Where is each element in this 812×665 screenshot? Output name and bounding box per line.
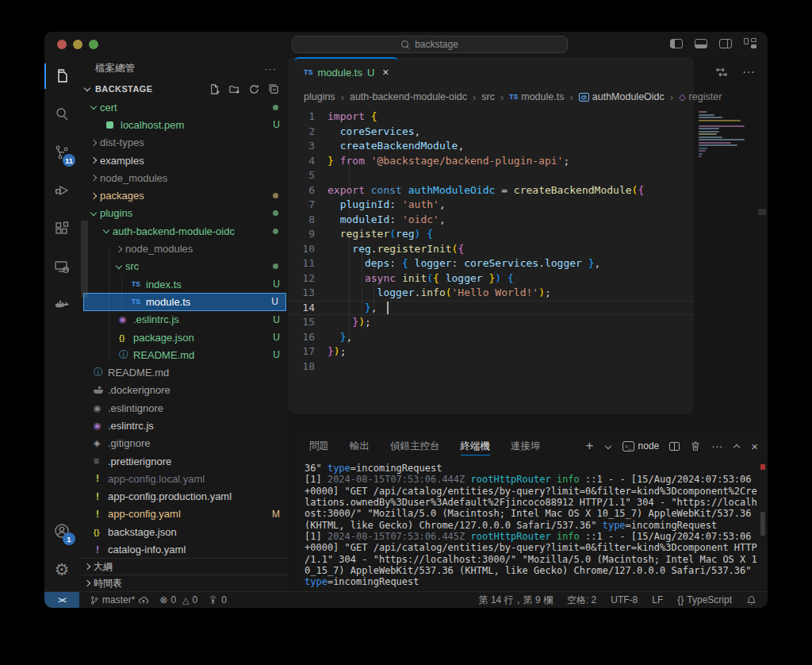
tree-item-examples[interactable]: examples (79, 152, 288, 169)
close-window-button[interactable] (57, 40, 67, 49)
tree-item-node_modules[interactable]: node_modules (79, 169, 288, 186)
code-line-1[interactable]: 1import { (288, 110, 694, 125)
eol-status[interactable]: LF (652, 594, 663, 605)
tree-item-app-config.production.yaml[interactable]: app-config.production.yaml (79, 488, 288, 505)
tree-item-auth-backend-module-oidc[interactable]: auth-backend-module-oidc (79, 222, 288, 240)
tree-item-plugins[interactable]: plugins (79, 205, 288, 222)
new-terminal-icon[interactable]: + (586, 438, 594, 454)
tree-item-localhost.pem[interactable]: localhost.pemU (79, 116, 288, 133)
toggle-secondary-sidebar-icon[interactable] (719, 39, 732, 48)
refresh-icon[interactable] (248, 83, 260, 95)
terminal-dropdown-icon[interactable] (604, 443, 612, 449)
sidebar-scrollbar[interactable] (81, 221, 88, 298)
breadcrumb-src[interactable]: src (481, 91, 495, 102)
activity-extensions[interactable] (44, 209, 79, 248)
breadcrumb-auth-backend-module-oidc[interactable]: auth-backend-module-oidc (350, 91, 467, 102)
outline-section[interactable]: 大綱 (79, 558, 288, 575)
terminal-scrollbar-thumb[interactable] (760, 512, 765, 536)
tree-item-.eslintignore[interactable]: .eslintignore (79, 399, 288, 417)
activity-run-debug[interactable] (44, 171, 79, 209)
tree-item-app-config.yaml[interactable]: app-config.yamlM (79, 505, 288, 523)
timeline-section[interactable]: 時間表 (79, 575, 288, 591)
breadcrumb-register[interactable]: ◇register (679, 91, 722, 102)
panel-tab-連接埠[interactable]: 連接埠 (511, 432, 541, 459)
tree-item-.dockerignore[interactable]: .dockerignore (79, 382, 288, 399)
close-tab-icon[interactable]: × (382, 66, 389, 79)
customize-layout-icon[interactable] (744, 38, 756, 48)
tree-item-catalog-info.yaml[interactable]: catalog-info.yaml (79, 540, 288, 558)
remote-indicator[interactable]: >< (44, 592, 79, 609)
breadcrumb-authModuleOidc[interactable]: @authModuleOidc (579, 91, 665, 102)
tab-module-ts[interactable]: TS module.ts U × (294, 57, 398, 86)
accounts-button[interactable]: 1 (44, 512, 79, 550)
yaml-purple-file-icon (94, 544, 108, 555)
settings-button[interactable]: ⚙ (44, 550, 79, 588)
panel-tab-輸出[interactable]: 輸出 (350, 432, 370, 459)
tree-item-.prettierignore[interactable]: .prettierignore (79, 452, 288, 470)
toggle-primary-sidebar-icon[interactable] (670, 39, 683, 48)
tree-item-node_modules[interactable]: node_modules (79, 240, 288, 257)
language-mode-status[interactable]: {} TypeScript (677, 594, 732, 605)
tree-item-backstage.json[interactable]: backstage.json (79, 523, 288, 540)
broadcast-status[interactable]: 0 (208, 594, 227, 605)
open-changes-icon[interactable] (715, 66, 728, 79)
tree-item-dist-types[interactable]: dist-types (79, 134, 288, 152)
terminal-instance-node[interactable]: >_ node (622, 440, 660, 452)
tree-item-src[interactable]: src (79, 258, 288, 275)
tree-item-.eslintrc.js[interactable]: .eslintrc.jsU (79, 311, 288, 329)
git-branch-status[interactable]: master* (90, 594, 149, 605)
command-center-search[interactable]: backstage (292, 36, 568, 53)
tree-item-module.ts[interactable]: module.tsU (83, 293, 286, 310)
tree-item-README.md[interactable]: README.md (79, 363, 288, 381)
new-folder-icon[interactable] (228, 83, 240, 95)
tree-item-packages[interactable]: packages (79, 186, 288, 204)
minimap-line (699, 148, 707, 149)
cursor-position-status[interactable]: 第 14 行，第 9 欄 (479, 594, 553, 607)
maximize-window-button[interactable] (89, 40, 98, 49)
editor-more-actions-icon[interactable]: ··· (742, 65, 755, 79)
line-number: 3 (288, 139, 327, 154)
tree-item-index.ts[interactable]: index.tsU (79, 275, 288, 293)
tree-item-.gitignore[interactable]: .gitignore (79, 435, 288, 452)
new-file-icon[interactable] (209, 83, 220, 95)
collapse-all-icon[interactable] (268, 83, 280, 95)
notifications-bell-icon[interactable] (746, 595, 756, 605)
split-terminal-icon[interactable] (669, 442, 680, 451)
maximize-panel-icon[interactable] (733, 443, 741, 449)
workspace-section-header[interactable]: BACKSTAGE (79, 79, 288, 98)
code-text: moduleId: 'oidc', (327, 213, 446, 228)
indentation-status[interactable]: 空格: 2 (567, 594, 596, 607)
breadcrumb-plugins[interactable]: plugins (304, 91, 335, 102)
toggle-panel-icon[interactable] (695, 39, 707, 48)
kill-terminal-icon[interactable] (690, 440, 701, 452)
minimize-window-button[interactable] (73, 40, 82, 49)
code-line-18[interactable]: 18 (288, 359, 694, 375)
tree-item-README.md[interactable]: README.mdU (79, 346, 288, 363)
activity-remote-explorer[interactable] (44, 248, 79, 286)
encoding-status[interactable]: UTF-8 (611, 594, 638, 605)
activity-docker[interactable] (44, 286, 79, 324)
tree-item-.eslintrc.js[interactable]: .eslintrc.js (79, 417, 288, 434)
minimap[interactable] (699, 111, 748, 161)
close-panel-icon[interactable]: × (751, 440, 758, 453)
activity-explorer[interactable] (44, 57, 79, 95)
editor-scrollbar-thumb[interactable] (758, 209, 766, 215)
panel-tab-終端機[interactable]: 終端機 (461, 432, 491, 459)
breadcrumb-module.ts[interactable]: TSmodule.ts (509, 91, 564, 102)
panel-tab-問題[interactable]: 問題 (309, 432, 329, 459)
tree-item-app-config.local.yaml[interactable]: app-config.local.yaml (79, 470, 288, 487)
tree-item-cert[interactable]: cert (79, 98, 288, 116)
tree-item-package.json[interactable]: package.jsonU (79, 329, 288, 346)
terminal-instance-label: node (638, 440, 660, 452)
activity-bar: 11 1 ⚙ (44, 57, 79, 591)
activity-search[interactable] (44, 95, 79, 133)
panel-more-actions-icon[interactable]: ··· (711, 440, 722, 452)
code-indent-guide (362, 242, 362, 330)
explorer-more-actions-icon[interactable]: ··· (264, 63, 277, 75)
code-indent-guide (373, 256, 374, 315)
panel-tab-偵錯主控台[interactable]: 偵錯主控台 (390, 432, 440, 459)
problems-status[interactable]: ⊗ 0 △ 0 (159, 594, 197, 605)
line-number: 6 (288, 183, 327, 198)
code-line-17[interactable]: 17}); (288, 344, 694, 359)
activity-source-control[interactable]: 11 (44, 133, 79, 171)
